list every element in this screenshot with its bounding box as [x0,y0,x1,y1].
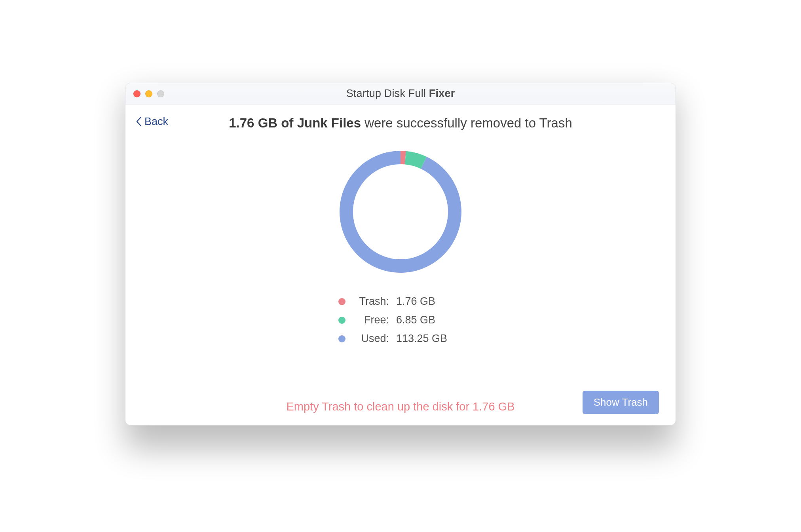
chart-segment-used [340,151,461,273]
result-message: 1.76 GB of Junk Files were successfully … [141,116,660,131]
window-title-light: Startup Disk Full [346,87,426,99]
legend-dot-trash [338,298,345,305]
close-icon[interactable] [133,90,140,97]
window-controls [133,90,164,97]
legend-label-used: Used: [353,332,389,345]
window-body: Back 1.76 GB of Junk Files were successf… [125,104,676,425]
minimize-icon[interactable] [145,90,152,97]
window-title: Startup Disk Full Fixer [346,87,455,100]
disk-usage-chart [141,142,660,281]
app-window: Startup Disk Full Fixer Back 1.76 GB of … [125,83,676,426]
back-button[interactable]: Back [136,116,168,128]
legend-dot-used [338,335,345,342]
result-text: were successfully removed to Trash [361,116,572,130]
legend: Trash: 1.76 GB Free: 6.85 GB Used: 113.2… [141,295,660,345]
back-label: Back [144,116,168,128]
legend-value-used: 113.25 GB [396,332,463,345]
chevron-left-icon [136,116,142,127]
result-amount: 1.76 GB of Junk Files [229,116,361,130]
window-title-bold: Fixer [429,87,455,99]
empty-trash-tip: Empty Trash to clean up the disk for 1.7… [286,400,514,413]
maximize-icon [157,90,164,97]
legend-label-free: Free: [353,314,389,326]
legend-value-trash: 1.76 GB [396,295,463,308]
titlebar: Startup Disk Full Fixer [125,83,676,104]
legend-value-free: 6.85 GB [396,314,463,326]
legend-dot-free [338,317,345,324]
legend-label-trash: Trash: [353,295,389,308]
show-trash-button[interactable]: Show Trash [583,391,659,414]
